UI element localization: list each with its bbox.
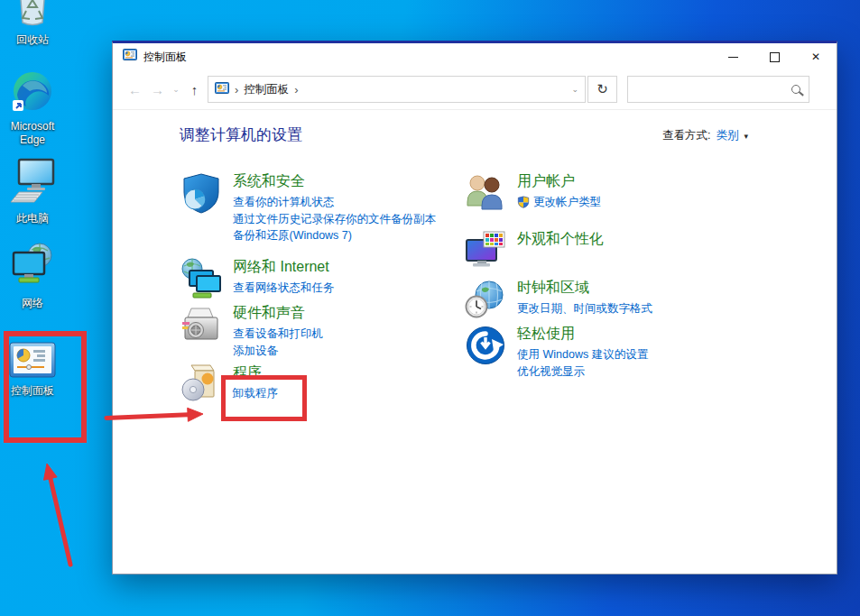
category-system-and-security[interactable]: 系统和安全 查看你的计算机状态 通过文件历史记录保存你的文件备份副本 备份和还原… — [180, 171, 436, 244]
search-input[interactable] — [636, 82, 791, 97]
clock-region-icon[interactable] — [464, 278, 507, 321]
desktop-icon-control-panel[interactable]: 控制面板 — [0, 342, 67, 398]
control-panel-window: 控制面板 ✕ ← → ⌄ ↑ — [112, 41, 837, 575]
this-pc-icon[interactable] — [7, 155, 58, 209]
refresh-button[interactable]: ↻ — [587, 76, 617, 103]
breadcrumb-control-panel[interactable]: 控制面板 — [244, 82, 289, 97]
back-button[interactable]: ← — [124, 83, 146, 97]
category-hardware-and-sound[interactable]: 硬件和声音 查看设备和打印机 添加设备 — [180, 303, 323, 359]
desktop-icon-label[interactable]: 控制面板 — [11, 384, 54, 398]
maximize-icon — [770, 52, 780, 62]
category-programs[interactable]: 程序 卸载程序 — [180, 363, 278, 406]
search-icon — [791, 85, 800, 94]
maximize-button[interactable] — [754, 43, 795, 70]
appearance-icon[interactable] — [464, 229, 507, 272]
category-title[interactable]: 系统和安全 — [233, 172, 436, 190]
control-panel-icon — [123, 48, 137, 66]
title-bar[interactable]: 控制面板 ✕ — [113, 43, 837, 70]
link-label[interactable]: 更改帐户类型 — [533, 194, 601, 211]
ease-of-access-icon[interactable] — [464, 324, 507, 367]
category-title[interactable]: 用户帐户 — [517, 172, 601, 190]
breadcrumb-chevron-icon: › — [235, 83, 238, 97]
uac-shield-icon — [517, 196, 530, 208]
window-title: 控制面板 — [143, 50, 187, 65]
link-file-history-backup[interactable]: 通过文件历史记录保存你的文件备份副本 — [233, 211, 436, 228]
link-change-account-type[interactable]: 更改帐户类型 — [517, 194, 601, 211]
link-windows-suggested-settings[interactable]: 使用 Windows 建议的设置 — [517, 346, 648, 363]
user-accounts-icon[interactable] — [464, 171, 507, 215]
annotation-arrow-up — [44, 464, 71, 565]
category-title[interactable]: 程序 — [233, 363, 278, 382]
desktop-icon-this-pc[interactable]: 此电脑 — [0, 155, 67, 225]
view-by-value[interactable]: 类别 — [716, 128, 738, 143]
link-uninstall-program[interactable]: 卸载程序 — [233, 385, 278, 402]
link-view-computer-status[interactable]: 查看你的计算机状态 — [233, 194, 436, 211]
up-button[interactable]: ↑ — [183, 83, 206, 97]
recycle-bin-icon[interactable] — [12, 0, 53, 31]
minimize-icon — [728, 57, 738, 58]
link-view-devices-printers[interactable]: 查看设备和打印机 — [233, 326, 323, 343]
desktop-icon-recycle-bin[interactable]: 回收站 — [0, 0, 67, 47]
desktop-icon-edge[interactable]: Microsoft Edge — [0, 70, 67, 147]
recent-pages-chevron-icon[interactable]: ⌄ — [169, 86, 183, 94]
close-button[interactable]: ✕ — [795, 43, 837, 70]
link-view-network-status[interactable]: 查看网络状态和任务 — [233, 280, 335, 297]
category-title[interactable]: 外观和个性化 — [517, 230, 604, 248]
forward-button[interactable]: → — [146, 83, 169, 97]
category-title[interactable]: 硬件和声音 — [233, 304, 323, 322]
category-title[interactable]: 网络和 Internet — [233, 258, 335, 276]
minimize-button[interactable] — [712, 43, 754, 70]
link-optimize-visual-display[interactable]: 优化视觉显示 — [517, 363, 648, 381]
desktop-icon-label[interactable]: 此电脑 — [16, 212, 49, 225]
category-clock-and-region[interactable]: 时钟和区域 更改日期、时间或数字格式 — [464, 278, 652, 321]
hardware-sound-icon[interactable] — [180, 303, 223, 346]
desktop-icon-label[interactable]: 网络 — [22, 297, 43, 310]
desktop-icon-label[interactable]: Microsoft Edge — [1, 120, 64, 147]
category-ease-of-access[interactable]: 轻松使用 使用 Windows 建议的设置 优化视觉显示 — [464, 324, 648, 380]
control-panel-home: 调整计算机的设置 查看方式: 类别 ▾ 系统和安全 查看你的计算机状态 — [113, 112, 837, 574]
control-panel-icon — [215, 81, 229, 98]
link-add-device[interactable]: 添加设备 — [233, 343, 323, 360]
network-icon[interactable] — [8, 242, 57, 294]
search-box[interactable] — [627, 76, 809, 103]
navigation-toolbar: ← → ⌄ ↑ › 控制面板 › ⌄ ↻ — [113, 70, 837, 110]
link-backup-restore-win7[interactable]: 备份和还原(Windows 7) — [233, 227, 436, 244]
programs-icon[interactable] — [180, 363, 223, 406]
view-by-control: 查看方式: 类别 ▾ — [662, 128, 748, 143]
link-change-date-time-format[interactable]: 更改日期、时间或数字格式 — [517, 300, 652, 317]
network-internet-icon[interactable] — [180, 257, 223, 300]
address-dropdown-icon[interactable]: ⌄ — [571, 85, 578, 94]
chevron-down-icon[interactable]: ▾ — [744, 132, 748, 141]
desktop-icon-network[interactable]: 网络 — [0, 242, 67, 310]
edge-icon[interactable] — [11, 70, 54, 117]
view-by-label: 查看方式: — [662, 128, 710, 143]
control-panel-icon[interactable] — [9, 342, 56, 382]
category-appearance-personalization[interactable]: 外观和个性化 — [464, 229, 604, 272]
desktop-icon-label[interactable]: 回收站 — [16, 33, 49, 47]
page-title: 调整计算机的设置 — [180, 124, 302, 145]
category-title[interactable]: 轻松使用 — [517, 325, 648, 343]
security-shield-icon[interactable] — [180, 171, 223, 215]
breadcrumb-chevron-icon[interactable]: › — [294, 83, 298, 97]
category-network-and-internet[interactable]: 网络和 Internet 查看网络状态和任务 — [180, 257, 335, 300]
category-user-accounts[interactable]: 用户帐户 — [464, 171, 601, 215]
category-title[interactable]: 时钟和区域 — [517, 279, 652, 297]
address-bar[interactable]: › 控制面板 › ⌄ — [208, 76, 586, 103]
